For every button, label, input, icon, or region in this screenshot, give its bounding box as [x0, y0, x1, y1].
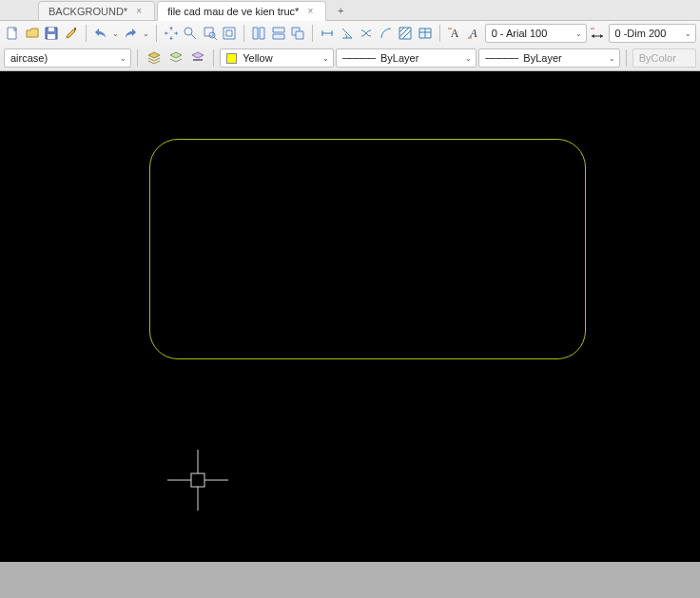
new-button[interactable] — [4, 24, 21, 43]
close-icon[interactable]: × — [133, 6, 145, 16]
svg-rect-18 — [273, 28, 284, 32]
svg-rect-2 — [49, 28, 54, 31]
svg-marker-6 — [169, 38, 173, 40]
separator — [137, 49, 138, 67]
undo-more-button[interactable]: ⌄ — [111, 24, 120, 43]
color-combo[interactable]: Yellow ⌄ — [220, 48, 334, 68]
line-icon: ───── — [485, 52, 517, 64]
redo-icon — [123, 26, 138, 41]
pan-button[interactable] — [162, 24, 179, 43]
swap-icon — [359, 26, 374, 41]
chevron-down-icon: ⌄ — [120, 54, 126, 63]
layers-icon — [146, 50, 162, 66]
redo-button[interactable] — [122, 24, 139, 43]
combo-value: ByLayer — [523, 52, 561, 64]
cursor-crosshair — [167, 450, 228, 511]
layer-iso-icon — [168, 50, 184, 66]
text-style-a-button[interactable]: A — [446, 24, 463, 43]
save-icon — [44, 26, 59, 41]
combo-value: aircase) — [10, 52, 48, 64]
separator — [439, 25, 440, 42]
save-button[interactable] — [43, 24, 60, 43]
svg-rect-14 — [224, 28, 235, 39]
cascade-icon — [290, 26, 305, 41]
tab-background[interactable]: BACKGROUND* × — [38, 1, 155, 21]
tile-vert-button[interactable] — [250, 24, 267, 43]
separator — [243, 25, 244, 42]
layer-iso-button[interactable] — [165, 48, 185, 68]
toolbars: ⌄ ⌄ — [0, 21, 700, 71]
chevron-down-icon: ⌄ — [685, 29, 691, 38]
svg-line-27 — [399, 28, 409, 37]
text-a2-icon: A — [466, 26, 481, 41]
text-style-a2-button[interactable]: A — [465, 24, 482, 43]
dim-style-combo[interactable]: 0 -Dim 200 ⌄ — [609, 24, 697, 43]
layer-state-button[interactable] — [187, 48, 207, 68]
separator — [312, 25, 313, 42]
zoom-button[interactable] — [182, 24, 199, 43]
swap-button[interactable] — [358, 24, 375, 43]
arc-button[interactable] — [378, 24, 395, 43]
linetype-combo[interactable]: ───── ByLayer ⌄ — [336, 48, 476, 68]
status-strip — [0, 562, 700, 598]
chevron-down-icon: ⌄ — [143, 29, 149, 38]
hatch-icon — [398, 26, 413, 41]
layer-manager-button[interactable] — [144, 48, 164, 68]
svg-rect-25 — [399, 28, 411, 39]
brush-button[interactable] — [62, 24, 79, 43]
separator — [86, 25, 87, 42]
close-icon[interactable]: × — [304, 6, 316, 16]
svg-point-9 — [185, 28, 192, 35]
layer-combo[interactable]: aircase) ⌄ — [4, 48, 131, 68]
svg-marker-8 — [176, 31, 178, 35]
table-button[interactable] — [416, 24, 433, 43]
zoom-window-button[interactable] — [201, 24, 218, 43]
dimension-icon — [590, 26, 605, 41]
combo-value: 0 - Arial 100 — [492, 28, 548, 39]
svg-marker-38 — [600, 34, 603, 38]
tile-vert-icon — [251, 26, 266, 41]
layer-state-icon — [190, 50, 205, 66]
svg-line-26 — [399, 28, 404, 32]
plus-icon: + — [338, 5, 343, 16]
undo-button[interactable] — [92, 24, 109, 43]
svg-rect-16 — [253, 28, 258, 39]
new-tab-button[interactable]: + — [328, 0, 353, 20]
separator — [626, 49, 627, 67]
svg-rect-45 — [191, 473, 204, 487]
svg-marker-5 — [169, 27, 173, 29]
hatch-button[interactable] — [397, 24, 414, 43]
dimangular-button[interactable] — [339, 24, 356, 43]
tab-filecad[interactable]: file cad mau de ve kien truc* × — [157, 1, 326, 21]
zoom-window-icon — [203, 26, 218, 41]
redo-more-button[interactable]: ⌄ — [142, 24, 150, 43]
cascade-button[interactable] — [289, 24, 306, 43]
dimension-style-button[interactable] — [589, 24, 606, 43]
svg-marker-37 — [592, 34, 594, 38]
dim-linear-icon — [320, 26, 335, 41]
tile-horiz-button[interactable] — [269, 24, 286, 43]
open-button[interactable] — [23, 24, 40, 43]
svg-rect-11 — [204, 28, 213, 36]
svg-rect-19 — [273, 34, 284, 39]
svg-line-28 — [402, 30, 411, 39]
lineweight-combo[interactable]: ───── ByLayer ⌄ — [478, 48, 619, 68]
toolbar-row-2: aircase) ⌄ Yellow — [0, 46, 700, 70]
svg-rect-17 — [260, 28, 264, 39]
zoom-extents-button[interactable] — [221, 24, 238, 43]
drawing-canvas[interactable] — [0, 71, 700, 562]
chevron-down-icon: ⌄ — [322, 54, 329, 63]
svg-line-10 — [191, 34, 196, 39]
chevron-down-icon: ⌄ — [112, 29, 119, 38]
dimlinear-button[interactable] — [319, 24, 336, 43]
plotstyle-combo: ByColor — [632, 48, 696, 68]
svg-rect-15 — [226, 30, 232, 36]
pan-icon — [164, 26, 179, 41]
chevron-down-icon: ⌄ — [575, 29, 582, 38]
svg-rect-3 — [48, 34, 55, 39]
tab-label: BACKGROUND* — [49, 6, 127, 17]
zoom-extents-icon — [222, 26, 237, 41]
svg-text:A: A — [451, 27, 459, 40]
combo-value: ByLayer — [380, 52, 418, 64]
text-style-combo[interactable]: 0 - Arial 100 ⌄ — [485, 24, 587, 43]
